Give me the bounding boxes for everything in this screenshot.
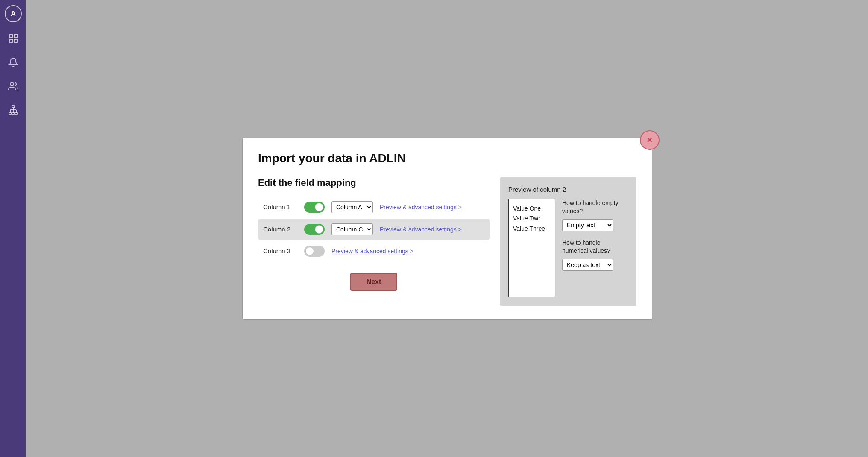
column-row-1: Column 1 Column A Column B Column C Prev… [258, 197, 490, 217]
sidebar-item-grid[interactable] [6, 31, 21, 46]
svg-rect-2 [9, 39, 12, 42]
empty-values-select[interactable]: Empty text Skip row Default value [562, 219, 613, 231]
svg-rect-7 [12, 113, 15, 114]
section-title: Edit the field mapping [258, 177, 490, 188]
column-row-3: Column 3 Preview & advanced settings > [258, 241, 490, 261]
column-3-label: Column 3 [263, 247, 297, 255]
svg-rect-8 [15, 113, 18, 114]
main-area: × Import your data in ADLIN Edit the fie… [26, 0, 868, 457]
column-2-select[interactable]: Column A Column B Column C [331, 223, 373, 235]
next-button[interactable]: Next [350, 273, 398, 291]
column-1-select[interactable]: Column A Column B Column C [331, 201, 373, 213]
preview-value-3: Value Three [513, 224, 551, 234]
next-button-area: Next [258, 273, 490, 291]
column-row-2: Column 2 Column A Column B Column C Prev… [258, 219, 490, 240]
column-1-label: Column 1 [263, 203, 297, 211]
preview-body: Value One Value Two Value Three How to h… [508, 199, 628, 297]
column-2-toggle[interactable] [304, 224, 325, 235]
svg-rect-0 [9, 35, 12, 38]
sidebar-item-notifications[interactable] [6, 55, 21, 70]
preview-settings: How to handle empty values? Empty text S… [562, 199, 628, 297]
column-1-toggle[interactable] [304, 202, 325, 213]
svg-rect-5 [12, 106, 15, 108]
preview-values-box: Value One Value Two Value Three [508, 199, 555, 297]
avatar[interactable]: A [5, 5, 22, 22]
modal-title: Import your data in ADLIN [258, 152, 636, 165]
numerical-values-select[interactable]: Keep as text Convert to number [562, 259, 613, 271]
empty-values-question: How to handle empty values? [562, 199, 628, 216]
column-1-preview-link[interactable]: Preview & advanced settings > [380, 204, 462, 211]
numerical-values-question: How to handle numerical values? [562, 239, 628, 255]
svg-point-4 [10, 82, 14, 86]
preview-value-1: Value One [513, 204, 551, 214]
column-2-label: Column 2 [263, 226, 297, 233]
column-3-preview-link[interactable]: Preview & advanced settings > [331, 248, 413, 255]
sidebar: A [0, 0, 26, 457]
sidebar-item-org-chart[interactable] [6, 103, 21, 118]
sidebar-item-users[interactable] [6, 79, 21, 94]
close-button[interactable]: × [640, 130, 660, 150]
preview-value-2: Value Two [513, 214, 551, 224]
preview-panel: Preview of column 2 Value One Value Two … [500, 177, 636, 306]
svg-rect-1 [14, 35, 17, 38]
svg-rect-6 [9, 113, 12, 114]
svg-rect-3 [14, 39, 17, 42]
import-modal: × Import your data in ADLIN Edit the fie… [242, 138, 652, 320]
modal-content: Edit the field mapping Column 1 Column A… [258, 177, 636, 306]
column-3-toggle[interactable] [304, 246, 325, 257]
preview-title: Preview of column 2 [508, 186, 628, 193]
field-mapping-section: Edit the field mapping Column 1 Column A… [258, 177, 490, 306]
column-2-preview-link[interactable]: Preview & advanced settings > [380, 226, 462, 233]
